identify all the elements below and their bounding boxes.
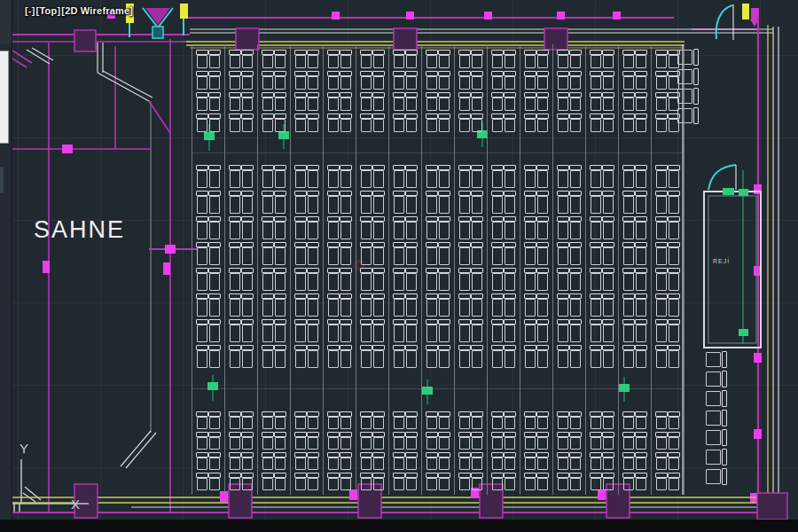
seat[interactable] [439,113,450,132]
seat[interactable] [209,71,220,90]
seat[interactable] [459,50,470,68]
seat[interactable] [328,71,339,90]
seat[interactable] [603,345,614,368]
seat[interactable] [591,432,601,450]
seat[interactable] [406,319,417,342]
seat[interactable] [459,452,470,470]
seat[interactable] [373,71,384,90]
seat[interactable] [406,452,417,470]
seat[interactable] [426,50,437,68]
seat[interactable] [525,473,536,490]
seat[interactable] [636,242,646,265]
seat[interactable] [394,113,404,132]
seat[interactable] [361,473,372,490]
viewport-visual-style-control[interactable]: [2D Wireframe] [61,5,133,16]
seat[interactable] [406,432,417,450]
seat[interactable] [197,432,207,450]
seat[interactable] [340,411,351,429]
seat[interactable] [492,92,503,111]
seat[interactable] [308,113,318,132]
seat[interactable] [656,165,667,188]
seat[interactable] [603,411,614,429]
seat[interactable] [361,165,372,188]
seat[interactable] [340,319,351,342]
cad-model-space[interactable]: © [-][Top][2D Wireframe] SAHNE REJİ Y X [0,0,798,520]
seat[interactable] [537,216,548,239]
seat[interactable] [295,345,306,368]
seat[interactable] [591,92,601,111]
seat[interactable] [537,473,548,490]
seat[interactable] [361,432,372,450]
seat[interactable] [262,71,273,90]
seat[interactable] [262,216,273,239]
seat[interactable] [361,113,372,132]
seat[interactable] [591,71,601,90]
seat[interactable] [603,452,614,470]
seat[interactable] [636,92,646,111]
seat[interactable] [570,432,581,450]
seat[interactable] [623,411,634,429]
seat[interactable] [656,345,667,368]
seat[interactable] [603,319,614,342]
seat[interactable] [295,473,306,490]
seat[interactable] [394,242,404,265]
aisle-line[interactable] [224,44,225,495]
aisle-line[interactable] [323,44,324,495]
seat[interactable] [406,473,417,490]
seat[interactable] [472,452,482,470]
seat[interactable] [505,345,515,368]
seat[interactable] [242,242,253,265]
seat[interactable] [394,92,404,111]
seat[interactable] [197,345,207,368]
aisle-line[interactable] [356,44,356,495]
seat[interactable] [636,293,646,317]
seat[interactable] [472,165,482,188]
seat[interactable] [209,319,220,342]
seat[interactable] [308,411,318,429]
seat[interactable] [603,242,614,265]
seat[interactable] [361,345,372,368]
seat[interactable] [525,216,536,239]
seat[interactable] [406,92,417,111]
seat[interactable] [340,216,351,239]
seat[interactable] [570,50,581,68]
seat[interactable] [537,345,548,368]
seat[interactable] [439,345,450,368]
seat[interactable] [340,113,351,132]
seat[interactable] [492,473,503,490]
seat[interactable] [459,165,470,188]
seat[interactable] [656,216,667,239]
seat[interactable] [459,113,470,132]
seat[interactable] [525,432,536,450]
aisle-line[interactable] [192,44,192,495]
seat[interactable] [537,319,548,342]
seat[interactable] [262,293,273,317]
seat[interactable] [505,319,515,342]
seat[interactable] [558,113,568,132]
seat[interactable] [439,191,450,214]
seat[interactable] [308,71,318,90]
seat[interactable] [373,50,384,68]
seat[interactable] [558,411,568,429]
seat[interactable] [459,411,470,429]
seat[interactable] [242,345,253,368]
seat[interactable] [328,216,339,239]
seat[interactable] [472,71,482,90]
seat[interactable] [308,92,318,111]
seat[interactable] [242,216,253,239]
seat[interactable] [242,113,253,132]
seat[interactable] [328,432,339,450]
seat[interactable] [242,71,253,90]
aisle-line[interactable] [257,44,258,495]
aisle-line[interactable] [454,44,455,495]
seat[interactable] [406,242,417,265]
seat[interactable] [439,242,450,265]
seat[interactable] [209,268,220,291]
aisle-line[interactable] [651,44,652,495]
aisle-line[interactable] [552,44,553,495]
seat[interactable] [242,50,253,68]
seat[interactable] [209,452,220,470]
seat[interactable] [262,432,273,450]
seat[interactable] [459,293,470,317]
seat[interactable] [394,452,404,470]
